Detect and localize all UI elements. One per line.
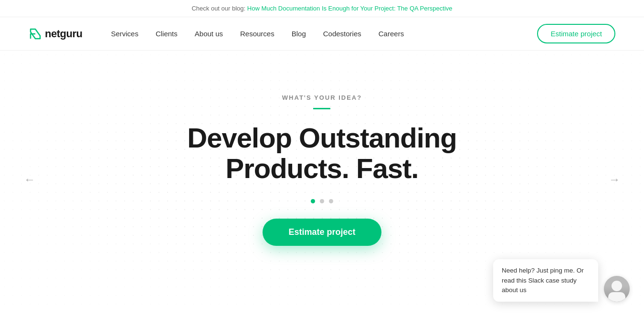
hero-content: WHAT'S YOUR IDEA? Develop Outstanding Pr…: [187, 94, 456, 246]
chat-bubble-text: Need help? Just ping me. Or read this Sl…: [502, 267, 584, 294]
announcement-prefix: Check out our blog:: [191, 5, 245, 12]
carousel-dot-2[interactable]: [320, 199, 324, 203]
announcement-bar: Check out our blog: How Much Documentati…: [0, 0, 644, 17]
hero-headline-line1: Develop Outstanding: [187, 122, 456, 153]
carousel-prev-button[interactable]: ←: [19, 168, 40, 191]
announcement-link[interactable]: How Much Documentation Is Enough for You…: [247, 5, 453, 12]
hero-eyebrow-underline: [313, 108, 330, 109]
hero-eyebrow: WHAT'S YOUR IDEA?: [187, 94, 456, 101]
carousel-next-button[interactable]: →: [604, 168, 625, 191]
carousel-dots: [187, 199, 456, 203]
logo-icon: [29, 27, 42, 41]
nav-about[interactable]: About us: [195, 30, 223, 38]
logo[interactable]: netguru: [29, 27, 82, 41]
nav-blog[interactable]: Blog: [292, 30, 306, 38]
hero-cta-button[interactable]: Estimate project: [263, 219, 381, 246]
nav-services[interactable]: Services: [111, 30, 138, 38]
nav-careers[interactable]: Careers: [379, 30, 404, 38]
hero-headline: Develop Outstanding Products. Fast.: [187, 123, 456, 184]
nav-cta-button[interactable]: Estimate project: [537, 24, 615, 43]
nav-links: Services Clients About us Resources Blog…: [111, 30, 537, 38]
carousel-dot-1[interactable]: [311, 199, 315, 203]
logo-text: netguru: [45, 28, 82, 40]
avatar-head: [612, 281, 622, 291]
nav-resources[interactable]: Resources: [240, 30, 274, 38]
chat-bubble[interactable]: Need help? Just ping me. Or read this Sl…: [493, 259, 598, 302]
avatar-body: [608, 292, 625, 302]
chat-avatar[interactable]: [604, 276, 630, 302]
nav-codestories[interactable]: Codestories: [323, 30, 361, 38]
chat-widget: Need help? Just ping me. Or read this Sl…: [493, 259, 630, 302]
hero-headline-line2: Products. Fast.: [226, 153, 419, 184]
carousel-dot-3[interactable]: [329, 199, 333, 203]
navbar: netguru Services Clients About us Resour…: [0, 17, 644, 51]
avatar-silhouette: [604, 276, 630, 302]
nav-clients[interactable]: Clients: [156, 30, 178, 38]
